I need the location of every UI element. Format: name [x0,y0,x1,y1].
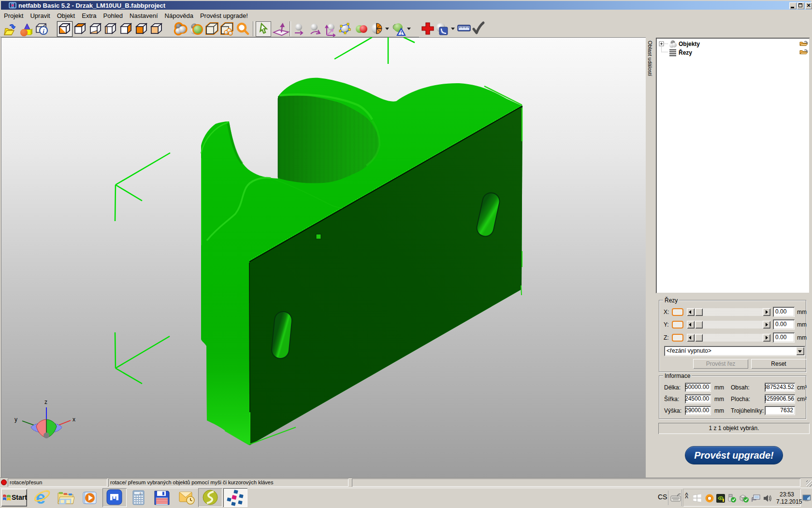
svg-text:z: z [44,399,47,405]
svg-text:i: i [43,28,44,35]
svg-text:x: x [72,416,75,423]
svg-text:y: y [14,416,17,423]
svg-text:!: ! [400,30,402,36]
